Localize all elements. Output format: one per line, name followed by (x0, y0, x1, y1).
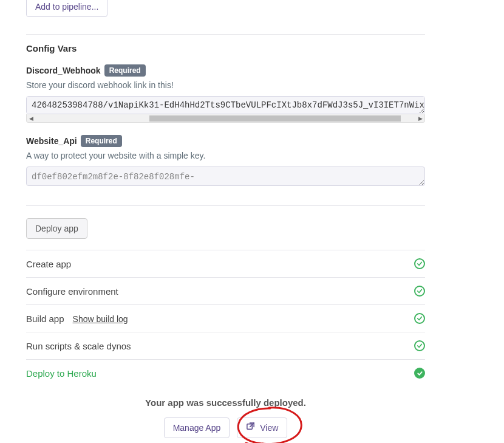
discord-webhook-input[interactable] (26, 96, 425, 114)
required-badge: Required (104, 64, 146, 77)
add-to-pipeline-button[interactable]: Add to pipeline... (26, 0, 107, 17)
config-var-desc: Store your discord webhook link in this! (26, 80, 425, 90)
success-message: Your app was successfully deployed. (26, 397, 425, 408)
check-circle-icon (414, 340, 425, 351)
config-var-name: Website_Api (26, 136, 77, 146)
step-label: Configure environment (26, 286, 118, 297)
config-var-desc: A way to protect your website with a sim… (26, 151, 425, 160)
deploy-app-button[interactable]: Deploy app (26, 218, 87, 239)
view-button[interactable]: View (237, 417, 287, 438)
divider (26, 205, 425, 206)
check-circle-solid-icon (414, 368, 425, 379)
step-build-app: Build app Show build log (26, 305, 425, 332)
scroll-thumb[interactable] (149, 115, 401, 122)
divider (26, 34, 425, 35)
check-circle-icon (414, 258, 425, 269)
scroll-track[interactable] (35, 115, 416, 122)
step-label: Run scripts & scale dynos (26, 341, 131, 351)
website-api-input[interactable] (26, 167, 425, 186)
scroll-right-arrow[interactable]: ▶ (416, 115, 424, 122)
manage-app-button[interactable]: Manage App (164, 417, 230, 438)
step-label: Deploy to Heroku (26, 368, 97, 379)
required-badge: Required (81, 135, 122, 147)
config-var-name: Discord_Webhook (26, 66, 101, 75)
show-build-log-link[interactable]: Show build log (73, 314, 128, 324)
config-vars-title: Config Vars (26, 43, 425, 53)
step-run-scripts: Run scripts & scale dynos (26, 332, 425, 359)
step-label: Build app (26, 314, 64, 324)
step-deploy-heroku: Deploy to Heroku (26, 360, 425, 386)
check-circle-icon (414, 286, 425, 297)
scroll-left-arrow[interactable]: ◀ (27, 115, 35, 122)
view-label: View (260, 422, 278, 434)
external-link-icon (246, 422, 255, 434)
step-label: Create app (26, 259, 71, 269)
horizontal-scrollbar[interactable]: ◀ ▶ (26, 114, 425, 123)
check-circle-icon (414, 313, 425, 324)
step-configure-env: Configure environment (26, 278, 425, 304)
step-create-app: Create app (26, 250, 425, 277)
